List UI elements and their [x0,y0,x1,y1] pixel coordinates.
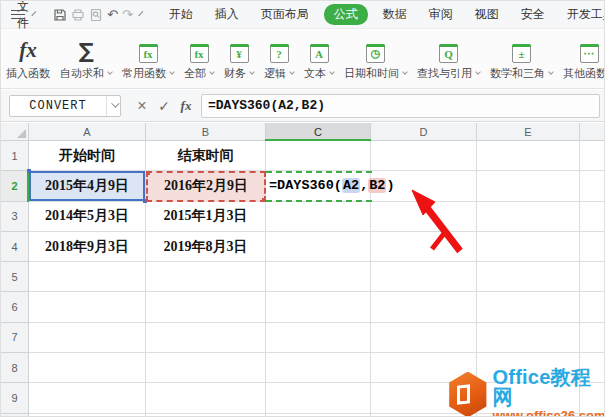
save-icon[interactable] [53,7,67,23]
cell-A4[interactable]: 2018年9月3日 [29,232,146,262]
cell-A3[interactable]: 2014年5月3日 [29,202,146,232]
print-preview-icon[interactable] [89,7,103,23]
cell-F3[interactable] [580,202,605,232]
menu-tab-审阅[interactable]: 审阅 [418,3,464,26]
quick-access-caret-icon[interactable] [138,11,143,16]
menu-tab-插入[interactable]: 插入 [204,3,250,26]
cell-F1[interactable] [580,141,605,171]
cell-F7[interactable] [580,323,605,353]
file-menu[interactable]: 文件 [17,0,29,32]
cell-B6[interactable] [146,292,266,322]
cell-E3[interactable] [477,202,580,232]
redo-icon[interactable]: ↷ [122,7,133,22]
cell-C6[interactable] [266,292,371,322]
name-box[interactable]: CONVERT [9,95,121,117]
row-header-9[interactable]: 9 [1,383,29,413]
cell-D7[interactable] [371,323,477,353]
cell-C9[interactable] [266,383,371,413]
row-header-6[interactable]: 6 [1,292,29,322]
print-icon[interactable] [71,7,85,23]
menu-tab-视图[interactable]: 视图 [464,3,510,26]
cell-A9[interactable] [29,383,146,413]
cell-F5[interactable] [580,262,605,292]
cell-A1[interactable]: 开始时间 [29,141,146,171]
menu-tabs: 开始插入页面布局公式数据审阅视图安全开发工具 [158,3,605,26]
select-all-corner[interactable] [1,123,29,141]
menu-tab-开始[interactable]: 开始 [158,3,204,26]
cell-E2[interactable] [477,171,580,201]
ribbon-item-常用函数[interactable]: fx常用函数 [117,32,179,86]
menu-tab-公式[interactable]: 公式 [324,4,368,25]
cell-C1[interactable] [266,141,371,171]
row-header-2[interactable]: 2 [1,171,29,201]
cell-D5[interactable] [371,262,477,292]
cell-E1[interactable] [477,141,580,171]
cell-E6[interactable] [477,292,580,322]
ribbon-item-数学和三角[interactable]: ±数学和三角 [485,32,558,86]
menu-tab-页面布局[interactable]: 页面布局 [250,3,320,26]
cell-A2[interactable]: 2015年4月9日 [29,171,146,201]
cell-D4[interactable] [371,232,477,262]
ribbon-item-文本[interactable]: A文本 [299,32,339,86]
cell-E4[interactable] [477,232,580,262]
cell-D6[interactable] [371,292,477,322]
menu-tab-数据[interactable]: 数据 [372,3,418,26]
row-header-7[interactable]: 7 [1,323,29,353]
cell-B1[interactable]: 结束时间 [146,141,266,171]
cell-C7[interactable] [266,323,371,353]
undo-icon[interactable]: ↶ [107,7,118,22]
ribbon-item-其他函数[interactable]: ⋯其他函数 [558,32,605,86]
cell-C8[interactable] [266,353,371,383]
name-box-caret-icon[interactable] [106,96,120,116]
cell-F6[interactable] [580,292,605,322]
cell-B5[interactable] [146,262,266,292]
row-header-1[interactable]: 1 [1,141,29,171]
ribbon-item-财务[interactable]: ¥财务 [219,32,259,86]
insert-function-icon[interactable]: fx [175,98,197,114]
column-header-A[interactable]: A [29,123,146,141]
menu-bar: 文件 ↶ ↷ 开始插入页面布局公式数据审阅视图安全开发工具 [1,1,605,29]
column-header-E[interactable]: E [477,123,580,141]
cell-A5[interactable] [29,262,146,292]
cell-D1[interactable] [371,141,477,171]
ribbon-item-查找与引用[interactable]: Q查找与引用 [412,32,485,86]
ribbon-item-逻辑[interactable]: ?逻辑 [259,32,299,86]
cell-A8[interactable] [29,353,146,383]
cell-F2[interactable] [580,171,605,201]
cell-B9[interactable] [146,383,266,413]
cancel-icon[interactable]: × [131,97,153,115]
cell-C4[interactable] [266,232,371,262]
column-header-C[interactable]: C [266,123,371,141]
cell-A6[interactable] [29,292,146,322]
row-header-3[interactable]: 3 [1,202,29,232]
cell-D3[interactable] [371,202,477,232]
formula-ref-B2: B2 [368,178,386,193]
cell-B4[interactable]: 2019年8月3日 [146,232,266,262]
ribbon-item-自动求和[interactable]: ∑自动求和 [55,32,117,86]
cell-C3[interactable] [266,202,371,232]
menu-tab-安全[interactable]: 安全 [510,3,556,26]
ribbon-item-日期和时间[interactable]: ◷日期和时间 [339,32,412,86]
cell-E5[interactable] [477,262,580,292]
cell-C5[interactable] [266,262,371,292]
formula-input[interactable]: =DAYS360(A2,B2) [201,94,600,118]
menu-tab-开发工具[interactable]: 开发工具 [556,3,605,26]
cell-C2-formula[interactable]: =DAYS360(A2,B2) [269,178,395,193]
cell-F4[interactable] [580,232,605,262]
row-header-8[interactable]: 8 [1,353,29,383]
row-header-5[interactable]: 5 [1,262,29,292]
ribbon-item-全部[interactable]: fx全部 [179,32,219,86]
cell-E7[interactable] [477,323,580,353]
column-header-D[interactable]: D [371,123,477,141]
cell-B7[interactable] [146,323,266,353]
row-header-4[interactable]: 4 [1,232,29,262]
cell-B8[interactable] [146,353,266,383]
column-header-B[interactable]: B [146,123,266,141]
file-menu-caret-icon[interactable] [31,11,36,16]
confirm-icon[interactable]: ✓ [153,98,175,114]
cell-A7[interactable] [29,323,146,353]
cell-B2[interactable]: 2016年2月9日 [146,171,266,201]
column-header-F[interactable] [580,123,605,141]
cell-B3[interactable]: 2015年1月3日 [146,202,266,232]
ribbon-item-插入函数[interactable]: fx插入函数 [1,32,55,86]
